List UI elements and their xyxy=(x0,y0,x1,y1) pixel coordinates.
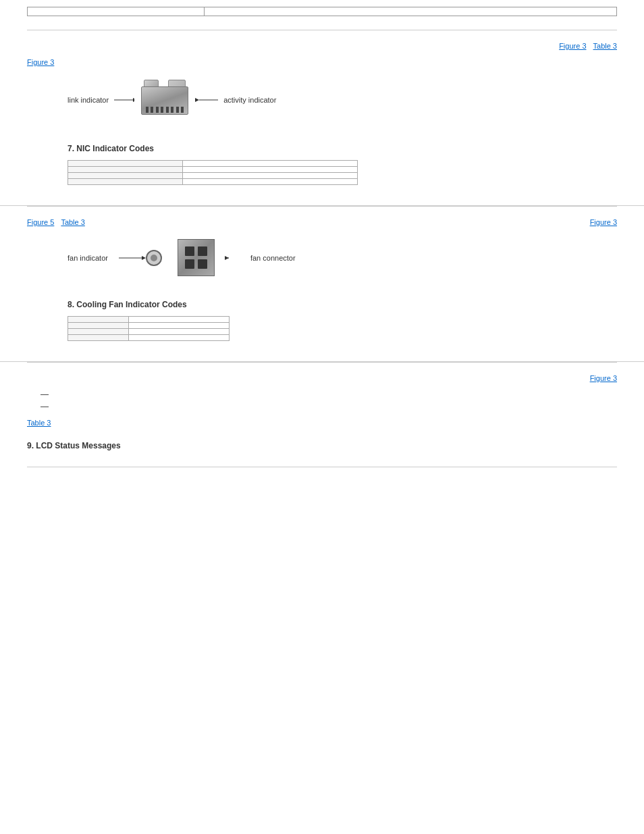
nic-left-arrow xyxy=(114,93,134,107)
nic-table-cell xyxy=(68,173,183,179)
nic-table-heading: 7. NIC Indicator Codes xyxy=(68,144,617,153)
fan-pin-hole xyxy=(185,246,194,256)
nic-table-cell xyxy=(183,179,358,185)
lcd-table-link-container: Table 3 xyxy=(27,418,617,427)
fan-table-cell xyxy=(129,329,230,335)
table-row xyxy=(68,167,358,173)
table-row xyxy=(68,335,230,341)
fan-left-arrow xyxy=(119,255,146,261)
table-row xyxy=(68,161,358,167)
section2-nav: Figure 5 Table 3 Figure 3 xyxy=(27,217,617,227)
fan-pin-hole xyxy=(198,259,207,269)
fan-section: Figure 5 Table 3 Figure 3 fan indicator xyxy=(0,207,644,362)
figure3-link-3[interactable]: Figure 3 xyxy=(590,374,617,382)
lcd-status-heading: 9. LCD Status Messages xyxy=(27,441,617,450)
nic-pin xyxy=(181,107,184,113)
nic-table-container: 7. NIC Indicator Codes xyxy=(68,144,617,185)
fan-table-cell xyxy=(68,335,129,341)
figure5-link[interactable]: Figure 5 xyxy=(27,218,54,226)
table3-link-1[interactable]: Table 3 xyxy=(593,42,617,50)
fan-circle-inner xyxy=(151,255,157,261)
bottom-divider xyxy=(27,467,617,467)
table3-link-2[interactable]: Table 3 xyxy=(61,218,84,226)
fan-right-arrow xyxy=(225,255,245,261)
svg-marker-3 xyxy=(195,98,199,102)
section1-nav-right: Figure 3 Table 3 xyxy=(27,41,617,51)
fan-circle-icon xyxy=(146,250,162,266)
fan-table-cell xyxy=(129,323,230,329)
figure3-link-1[interactable]: Figure 3 xyxy=(559,42,586,50)
fan-table-cell xyxy=(129,335,230,341)
nic-right-arrow xyxy=(195,93,218,107)
section3-nav-right: Figure 3 xyxy=(27,373,617,383)
table-row xyxy=(68,317,230,323)
lcd-dash-symbol-1: — xyxy=(41,390,49,399)
section2-nav-left: Figure 5 Table 3 xyxy=(27,217,85,227)
nic-indicator-table xyxy=(68,160,358,185)
fan-indicator-circle-container xyxy=(119,250,162,266)
nic-table-cell xyxy=(68,161,183,167)
fan-table-cell xyxy=(68,323,129,329)
lcd-dash-symbol-2: — xyxy=(41,402,49,411)
table3-link-3[interactable]: Table 3 xyxy=(27,419,51,427)
fan-table-heading: 8. Cooling Fan Indicator Codes xyxy=(68,300,617,309)
section1-body: Figure 3 xyxy=(27,56,617,69)
nic-table-cell xyxy=(183,173,358,179)
fan-indicator-label: fan indicator xyxy=(68,254,108,262)
nic-pin xyxy=(146,107,149,113)
top-table-section xyxy=(0,0,644,23)
nic-diagram-wrapper: link indicator xyxy=(68,80,276,120)
top-table-cell-left xyxy=(28,7,205,16)
section9-container: 9. LCD Status Messages xyxy=(27,441,617,450)
table-row xyxy=(68,329,230,335)
table-row xyxy=(68,173,358,179)
svg-marker-7 xyxy=(225,256,229,260)
fan-table-cell xyxy=(68,317,129,323)
table-row xyxy=(68,179,358,185)
nic-activity-indicator-label: activity indicator xyxy=(223,96,276,104)
table-row xyxy=(28,7,617,16)
nic-table-cell xyxy=(68,179,183,185)
nic-body xyxy=(141,86,188,115)
svg-marker-1 xyxy=(133,98,134,102)
lcd-dash1: — xyxy=(41,390,617,399)
fan-indicator-table xyxy=(68,316,230,341)
lcd-dash2: — xyxy=(41,402,617,411)
fan-diagram-wrapper: fan indicator xyxy=(68,239,296,276)
nic-section: Figure 3 Table 3 Figure 3 link indicator xyxy=(0,30,644,206)
top-table xyxy=(27,7,617,16)
nic-pin xyxy=(166,107,169,113)
nic-pin xyxy=(156,107,159,113)
nic-pin xyxy=(176,107,179,113)
table-row xyxy=(68,323,230,329)
top-table-cell-right xyxy=(204,7,616,16)
nic-connector-graphic xyxy=(141,80,188,120)
nic-table-cell xyxy=(68,167,183,173)
fan-pin-hole xyxy=(198,246,207,256)
fan-pin-hole xyxy=(185,259,194,269)
figure3-link-inline[interactable]: Figure 3 xyxy=(27,58,54,66)
fan-table-cell xyxy=(68,329,129,335)
page-container: Figure 3 Table 3 Figure 3 link indicator xyxy=(0,0,644,467)
fan-table-cell xyxy=(129,317,230,323)
nic-table-cell xyxy=(183,167,358,173)
nic-link-indicator-label: link indicator xyxy=(68,96,109,104)
section2-nav-right: Figure 3 xyxy=(590,217,617,227)
lcd-section: Figure 3 — — Table 3 9. LCD Status Messa… xyxy=(0,363,644,467)
figure3-link-2[interactable]: Figure 3 xyxy=(590,218,617,226)
fan-table-container: 8. Cooling Fan Indicator Codes xyxy=(68,300,617,341)
nic-pin xyxy=(171,107,173,113)
nic-pins xyxy=(144,107,185,113)
nic-table-cell xyxy=(183,161,358,167)
lcd-content: — — xyxy=(27,390,617,411)
fan-connector-label: fan connector xyxy=(250,254,296,262)
nic-pin xyxy=(151,107,153,113)
fan-connector-graphic xyxy=(178,239,215,276)
nic-pin xyxy=(161,107,163,113)
